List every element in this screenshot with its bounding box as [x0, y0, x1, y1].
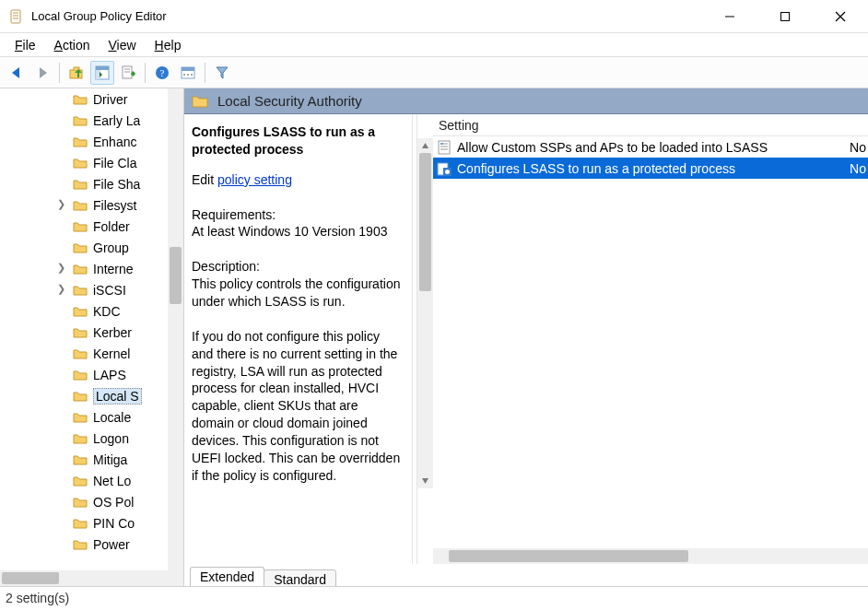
policy-setting-link[interactable]: policy setting	[217, 172, 292, 187]
expand-icon[interactable]: ❯	[57, 198, 68, 210]
properties-button[interactable]	[176, 61, 200, 85]
tree-item[interactable]: Group	[0, 237, 183, 258]
tree-item[interactable]: Kerber	[0, 322, 183, 343]
client-area: DriverEarly LaEnhancFile ClaFile Sha❯Fil…	[0, 88, 868, 587]
filter-button[interactable]	[210, 61, 234, 85]
folder-icon	[73, 93, 88, 105]
back-button[interactable]	[5, 61, 29, 85]
tab-extended[interactable]: Extended	[190, 567, 264, 586]
tree-item-label: OS Pol	[93, 495, 134, 510]
folder-icon	[73, 453, 88, 465]
tree-item[interactable]: Folder	[0, 216, 183, 237]
tree-item[interactable]: Power	[0, 534, 183, 555]
tree-item-label: Driver	[93, 92, 127, 107]
tree-item[interactable]: KDC	[0, 300, 183, 322]
requirements-value: At least Windows 10 Version 1903	[192, 223, 401, 240]
tree-item[interactable]: OS Pol	[0, 491, 183, 512]
tree-item[interactable]: Early La	[0, 110, 183, 131]
scrollbar-thumb[interactable]	[449, 550, 688, 562]
list-row[interactable]: Configures LSASS to run as a protected p…	[433, 158, 868, 179]
up-button[interactable]	[65, 61, 88, 85]
svg-point-29	[445, 170, 450, 174]
help-button[interactable]: ?	[150, 61, 174, 85]
folder-icon	[73, 411, 88, 423]
tree-item-label: Net Lo	[93, 474, 131, 488]
close-button[interactable]	[813, 0, 868, 32]
menu-help[interactable]: Help	[146, 36, 191, 54]
scrollbar-thumb[interactable]	[170, 247, 182, 304]
menu-file[interactable]: File	[6, 36, 45, 54]
tree-item-label: File Cla	[93, 156, 136, 170]
forward-button[interactable]	[30, 61, 54, 85]
scrollbar-thumb[interactable]	[419, 153, 431, 291]
tree-item[interactable]: Kernel	[0, 343, 183, 364]
scroll-up-icon[interactable]	[417, 138, 433, 154]
menu-view[interactable]: View	[100, 36, 146, 54]
setting-state: No	[850, 161, 866, 176]
tree-item[interactable]: ❯iSCSI	[0, 279, 183, 300]
tree-horizontal-scrollbar[interactable]	[0, 570, 183, 586]
tree-item[interactable]: Driver	[0, 88, 183, 110]
scroll-down-icon[interactable]	[417, 473, 433, 488]
tree-item[interactable]: Locale	[0, 406, 183, 428]
settings-list[interactable]: Setting Allow Custom SSPs and APs to be …	[433, 114, 868, 548]
tree-item[interactable]: Logon	[0, 428, 183, 449]
folder-icon	[73, 390, 88, 402]
split-area: Configures LSASS to run as a protected p…	[184, 114, 868, 564]
maximize-button[interactable]	[757, 0, 813, 32]
tree-view[interactable]: DriverEarly LaEnhancFile ClaFile Sha❯Fil…	[0, 88, 183, 570]
requirements-label: Requirements:	[192, 206, 401, 224]
tree-item[interactable]: PIN Co	[0, 512, 183, 534]
svg-rect-0	[11, 10, 20, 23]
svg-rect-18	[182, 67, 194, 71]
window-controls	[702, 0, 868, 32]
description-pane: Configures LSASS to run as a protected p…	[184, 114, 412, 564]
folder-icon	[73, 220, 88, 232]
svg-point-20	[187, 74, 189, 76]
tree-item-label: Interne	[93, 262, 134, 276]
svg-rect-10	[96, 66, 109, 70]
tree-item-label: Enhanc	[93, 135, 136, 149]
export-list-button[interactable]	[116, 61, 140, 85]
tree-item-label: Filesyst	[93, 198, 136, 213]
tree-item[interactable]: ❯Filesyst	[0, 194, 183, 216]
folder-icon	[73, 178, 88, 190]
tree-vertical-scrollbar[interactable]	[168, 88, 183, 570]
description-para2: If you do not configure this policy and …	[192, 328, 401, 485]
tree-item-label: Early La	[93, 113, 140, 128]
show-hide-tree-button[interactable]	[90, 61, 114, 85]
tab-standard[interactable]: Standard	[264, 569, 336, 586]
list-vertical-scrollbar[interactable]	[417, 138, 433, 488]
tree-item[interactable]: Mitiga	[0, 449, 183, 470]
tree-item[interactable]: Local S	[0, 385, 183, 406]
tree-item[interactable]: Enhanc	[0, 131, 183, 152]
folder-icon	[73, 475, 88, 487]
minimize-button[interactable]	[702, 0, 757, 32]
title-bar: Local Group Policy Editor	[0, 0, 868, 33]
folder-icon	[73, 135, 88, 147]
expand-icon[interactable]: ❯	[57, 283, 68, 295]
expand-icon[interactable]: ❯	[57, 262, 68, 274]
list-horizontal-scrollbar[interactable]	[433, 548, 868, 564]
tree-item[interactable]: File Cla	[0, 152, 183, 173]
edit-label: Edit	[192, 172, 217, 187]
setting-name: Configures LSASS to run as a protected p…	[457, 161, 868, 176]
folder-icon	[73, 199, 88, 211]
column-header-setting[interactable]: Setting	[433, 114, 868, 136]
policy-name: Configures LSASS to run as a protected p…	[192, 123, 401, 158]
setting-name: Allow Custom SSPs and APs to be loaded i…	[457, 140, 868, 155]
folder-icon	[73, 114, 88, 126]
tree-item[interactable]: File Sha	[0, 173, 183, 194]
settings-list-wrap: Setting Allow Custom SSPs and APs to be …	[417, 114, 868, 564]
tree-item[interactable]: ❯Interne	[0, 258, 183, 279]
tree-item-label: Locale	[93, 410, 131, 425]
tree-item-label: Kernel	[93, 346, 130, 361]
scrollbar-thumb[interactable]	[2, 572, 59, 584]
menu-action[interactable]: Action	[45, 36, 100, 54]
tree-item-label: iSCSI	[93, 283, 126, 298]
list-row[interactable]: Allow Custom SSPs and APs to be loaded i…	[433, 136, 868, 158]
tree-item[interactable]: LAPS	[0, 364, 183, 385]
tree-item[interactable]: Net Lo	[0, 470, 183, 491]
tree-item-label: Folder	[93, 219, 130, 234]
folder-icon	[73, 326, 88, 338]
